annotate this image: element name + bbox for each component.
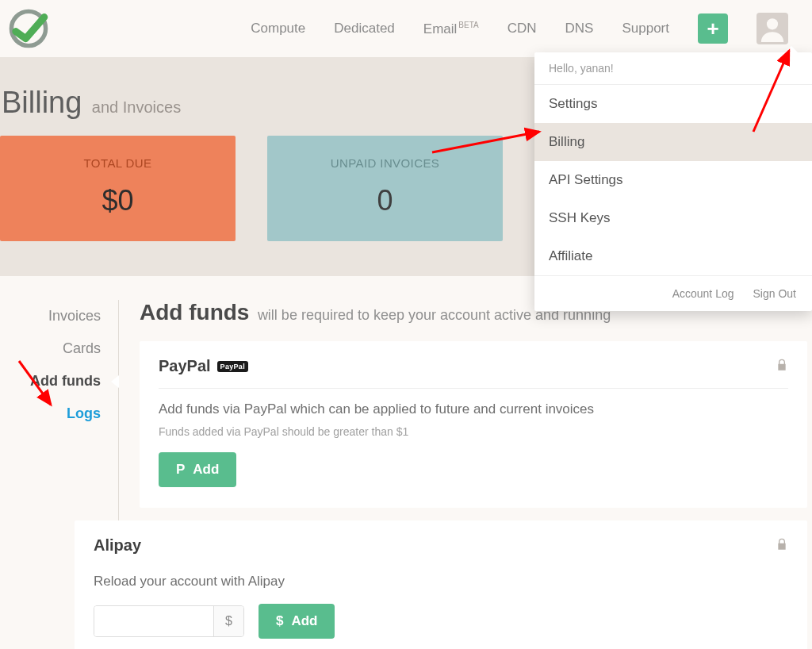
nav-dns[interactable]: DNS bbox=[565, 21, 594, 36]
content: Invoices Cards Add funds Logs Add funds … bbox=[0, 276, 812, 649]
tab-invoices[interactable]: Invoices bbox=[0, 300, 101, 332]
nav-email-label: Email bbox=[423, 21, 458, 36]
lock-icon bbox=[776, 538, 788, 554]
svg-point-1 bbox=[767, 18, 778, 29]
alipay-add-label: Add bbox=[291, 613, 317, 629]
paypal-desc: Add funds via PayPal which can be applie… bbox=[159, 401, 788, 417]
total-due-card[interactable]: TOTAL DUE $0 bbox=[0, 136, 236, 241]
svg-line-2 bbox=[753, 51, 789, 132]
lock-icon bbox=[776, 359, 788, 374]
avatar[interactable] bbox=[756, 13, 788, 44]
alipay-add-button[interactable]: $ Add bbox=[259, 604, 335, 639]
paypal-title-text: PayPal bbox=[159, 357, 211, 375]
dropdown-ssh-keys[interactable]: SSH Keys bbox=[534, 199, 812, 237]
paypal-add-button[interactable]: P Add bbox=[159, 452, 236, 487]
svg-line-3 bbox=[432, 132, 539, 152]
nav-dedicated[interactable]: Dedicated bbox=[334, 21, 395, 36]
account-log-link[interactable]: Account Log bbox=[672, 287, 734, 300]
create-button[interactable]: + bbox=[698, 13, 728, 44]
currency-label: $ bbox=[213, 606, 243, 636]
paypal-subtext: Funds added via PayPal should be greater… bbox=[159, 425, 788, 438]
divider bbox=[159, 388, 788, 389]
alipay-title: Alipay bbox=[94, 536, 141, 555]
dollar-icon: $ bbox=[276, 613, 283, 629]
alipay-panel: Alipay Reload your account with Alipay $… bbox=[75, 520, 807, 649]
main-title: Add funds bbox=[140, 300, 249, 324]
brand-logo[interactable] bbox=[5, 5, 52, 52]
annotation-arrow bbox=[13, 357, 60, 416]
beta-badge: BETA bbox=[458, 21, 478, 29]
page-title: Billing bbox=[2, 86, 82, 119]
sign-out-link[interactable]: Sign Out bbox=[753, 287, 796, 300]
nav-compute[interactable]: Compute bbox=[251, 21, 305, 36]
annotation-arrow bbox=[428, 127, 547, 162]
paypal-title: PayPal PayPal bbox=[159, 357, 248, 375]
alipay-amount-input[interactable] bbox=[94, 606, 213, 636]
svg-line-4 bbox=[19, 361, 51, 405]
alipay-desc: Reload your account with Alipay bbox=[94, 574, 788, 589]
total-due-label: TOTAL DUE bbox=[0, 156, 236, 170]
paypal-panel: PayPal PayPal Add funds via PayPal which… bbox=[140, 341, 807, 508]
total-due-value: $0 bbox=[0, 184, 236, 217]
paypal-add-label: Add bbox=[193, 462, 219, 478]
paypal-icon: P bbox=[176, 462, 185, 478]
dropdown-footer: Account Log Sign Out bbox=[534, 275, 812, 311]
nav-support[interactable]: Support bbox=[622, 21, 669, 36]
dropdown-affiliate[interactable]: Affiliate bbox=[534, 237, 812, 275]
unpaid-value: 0 bbox=[267, 184, 503, 217]
paypal-badge: PayPal bbox=[217, 361, 248, 372]
nav-email[interactable]: EmailBETA bbox=[423, 21, 479, 37]
dropdown-api-settings[interactable]: API Settings bbox=[534, 161, 812, 199]
primary-nav: Compute Dedicated EmailBETA CDN DNS Supp… bbox=[251, 13, 802, 44]
annotation-arrow bbox=[745, 44, 801, 143]
nav-cdn[interactable]: CDN bbox=[508, 21, 537, 36]
alipay-amount-input-group: $ bbox=[94, 605, 244, 637]
top-bar: Compute Dedicated EmailBETA CDN DNS Supp… bbox=[0, 0, 812, 57]
page-subtitle: and Invoices bbox=[92, 98, 181, 116]
main-column: Add funds will be required to keep your … bbox=[119, 300, 812, 649]
